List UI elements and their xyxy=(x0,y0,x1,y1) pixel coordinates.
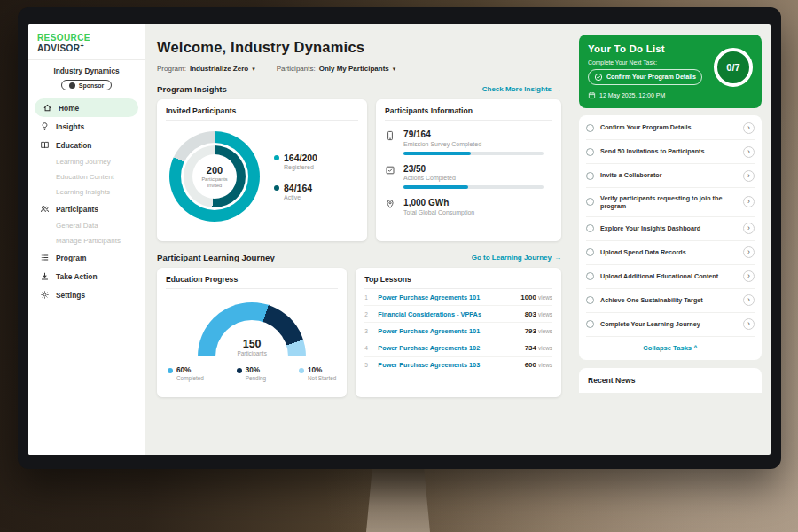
home-icon xyxy=(42,103,52,113)
task-checkbox[interactable] xyxy=(586,148,594,156)
pending-value: 30% xyxy=(246,366,260,374)
sidebar-item-insights[interactable]: Insights xyxy=(28,117,145,136)
actions-icon xyxy=(385,164,395,190)
chevron-right-icon[interactable]: › xyxy=(743,270,755,282)
task-row-achieve-target[interactable]: Achieve One Sustainability Target › xyxy=(586,289,755,313)
chevron-right-icon[interactable]: › xyxy=(743,146,755,158)
sidebar-item-home[interactable]: Home xyxy=(35,98,138,117)
task-row-confirm-program[interactable]: Confirm Your Program Details › xyxy=(586,116,755,140)
sidebar-item-learning-journey[interactable]: Learning Journey xyxy=(28,154,145,169)
section-title-learning-journey: Participant Learning Journey xyxy=(157,253,275,262)
views-count: 803 xyxy=(525,310,536,318)
lesson-views: 803views xyxy=(525,310,552,318)
arrow-right-icon: → xyxy=(554,85,561,93)
chevron-right-icon[interactable]: › xyxy=(743,223,755,234)
chevron-right-icon[interactable]: › xyxy=(743,170,755,182)
people-icon xyxy=(39,204,50,215)
emission-survey-value: 79/164 xyxy=(403,129,552,139)
pending-label: Pending xyxy=(246,375,266,381)
task-row-upload-spend-data[interactable]: Upload Spend Data Records › xyxy=(586,241,755,265)
dashboard-screen: RESOURCE ADVISOR+ Industry Dynamics Spon… xyxy=(28,24,771,455)
task-label: Upload Spend Data Records xyxy=(600,248,737,256)
sidebar-item-manage-participants[interactable]: Manage Participants xyxy=(28,233,145,248)
consumption-row: 1,000 GWh Total Global Consumption xyxy=(385,198,552,215)
registered-label: Registered xyxy=(284,164,317,170)
sidebar-item-participants[interactable]: Participants xyxy=(28,200,145,218)
list-icon xyxy=(39,253,50,263)
education-total-label: Participants xyxy=(198,350,306,356)
lesson-row-3[interactable]: 3 Power Purchase Agreements 101 793views xyxy=(364,323,552,340)
sidebar-item-settings[interactable]: Settings xyxy=(28,286,145,304)
sidebar-item-general-data[interactable]: General Data xyxy=(28,218,145,233)
check-more-insights-link[interactable]: Check More Insights → xyxy=(482,85,561,93)
lesson-link[interactable]: Financial Considerations - VPPAs xyxy=(378,310,518,318)
sidebar-item-label: Take Action xyxy=(56,272,98,281)
task-checkbox[interactable] xyxy=(586,172,594,180)
todo-progress-value: 0/7 xyxy=(726,62,739,73)
sidebar-item-label: Education xyxy=(56,141,91,150)
chevron-right-icon[interactable]: › xyxy=(743,246,755,258)
next-task-label: Confirm Your Program Details xyxy=(606,74,696,81)
invited-card-body: 200 Participants Invited 164/200 Registe… xyxy=(166,121,358,222)
actions-progress-track xyxy=(403,185,544,189)
chevron-down-icon: ▾ xyxy=(252,66,255,73)
task-checkbox[interactable] xyxy=(586,248,594,256)
education-legend: 60% Completed 30% Pending 10% Not Starte… xyxy=(166,356,338,381)
task-row-complete-learning-journey[interactable]: Complete Your Learning Journey › xyxy=(586,313,755,337)
chevron-right-icon[interactable]: › xyxy=(743,318,755,330)
invited-legend: 164/200 Registered 84/164 Active xyxy=(274,153,317,200)
sponsor-badge: Sponsor xyxy=(61,80,112,90)
task-checkbox[interactable] xyxy=(586,198,594,206)
emission-survey-label: Emission Survey Completed xyxy=(403,141,552,147)
task-row-send-invitations[interactable]: Send 50 Invitations to Participants › xyxy=(586,140,755,164)
program-filter-label: Program: xyxy=(157,65,186,73)
chevron-right-icon[interactable]: › xyxy=(743,122,755,134)
task-checkbox[interactable] xyxy=(586,320,594,328)
invited-donut-chart: 200 Participants Invited xyxy=(169,131,260,222)
task-checkbox[interactable] xyxy=(586,124,594,132)
task-checkbox[interactable] xyxy=(586,224,594,232)
monitor-stand xyxy=(366,465,430,532)
recent-news-header[interactable]: Recent News xyxy=(579,368,762,393)
lesson-row-4[interactable]: 4 Power Purchase Agreements 102 734views xyxy=(364,340,552,357)
sidebar-item-education-content[interactable]: Education Content xyxy=(28,169,145,184)
sidebar-item-education[interactable]: Education xyxy=(28,136,145,154)
task-checkbox[interactable] xyxy=(586,272,594,280)
chevron-right-icon[interactable]: › xyxy=(743,294,755,306)
participants-information-card: Participants Information 79/164 Emission… xyxy=(376,99,561,241)
sidebar-item-learning-insights[interactable]: Learning Insights xyxy=(28,184,145,200)
lesson-link[interactable]: Power Purchase Agreements 102 xyxy=(378,344,518,352)
legend-item-not-started: 10% Not Started xyxy=(299,366,336,381)
active-label: Active xyxy=(284,194,317,200)
active-dot xyxy=(274,185,279,191)
registered-value: 164/200 xyxy=(284,153,317,163)
program-filter[interactable]: Program: Industrialize Zero ▾ xyxy=(157,65,255,73)
sidebar-item-label: Learning Journey xyxy=(56,158,111,166)
participants-filter[interactable]: Participants: Only My Participants ▾ xyxy=(277,65,396,73)
task-row-verify-participants[interactable]: Verify participants requesting to join t… xyxy=(586,188,755,217)
education-gauge-center: 150 Participants xyxy=(198,338,306,356)
sidebar-item-program[interactable]: Program xyxy=(28,248,145,267)
main-content: Welcome, Industry Dynamics Program: Indu… xyxy=(145,24,574,455)
next-task-chip[interactable]: Confirm Your Program Details xyxy=(588,69,702,85)
lesson-row-1[interactable]: 1 Power Purchase Agreements 101 1000view… xyxy=(364,289,552,306)
actions-completed-value: 23/50 xyxy=(403,164,552,174)
lesson-link[interactable]: Power Purchase Agreements 101 xyxy=(378,327,518,335)
lightbulb-icon xyxy=(39,121,50,132)
lesson-row-5[interactable]: 5 Power Purchase Agreements 103 600views xyxy=(364,357,552,373)
task-checkbox[interactable] xyxy=(586,296,594,304)
collapse-tasks-button[interactable]: Collapse Tasks ^ xyxy=(586,337,755,359)
lesson-link[interactable]: Power Purchase Agreements 103 xyxy=(378,361,518,369)
task-row-invite-collaborator[interactable]: Invite a Collaborator › xyxy=(586,164,755,188)
task-row-upload-educational-content[interactable]: Upload Additional Educational Content › xyxy=(586,265,755,289)
lesson-link[interactable]: Power Purchase Agreements 101 xyxy=(378,293,514,301)
sidebar-item-label: Program xyxy=(56,254,86,262)
lesson-row-2[interactable]: 2 Financial Considerations - VPPAs 803vi… xyxy=(364,306,552,323)
sidebar-item-take-action[interactable]: Take Action xyxy=(28,267,145,286)
chevron-right-icon[interactable]: › xyxy=(743,196,755,207)
task-row-explore-insights[interactable]: Explore Your Insights Dashboard › xyxy=(586,217,755,241)
go-to-learning-journey-link[interactable]: Go to Learning Journey → xyxy=(472,254,561,262)
invited-total: 200 xyxy=(207,165,223,176)
legend-item-completed: 60% Completed xyxy=(168,366,204,381)
task-label: Verify participants requesting to join t… xyxy=(600,194,737,211)
